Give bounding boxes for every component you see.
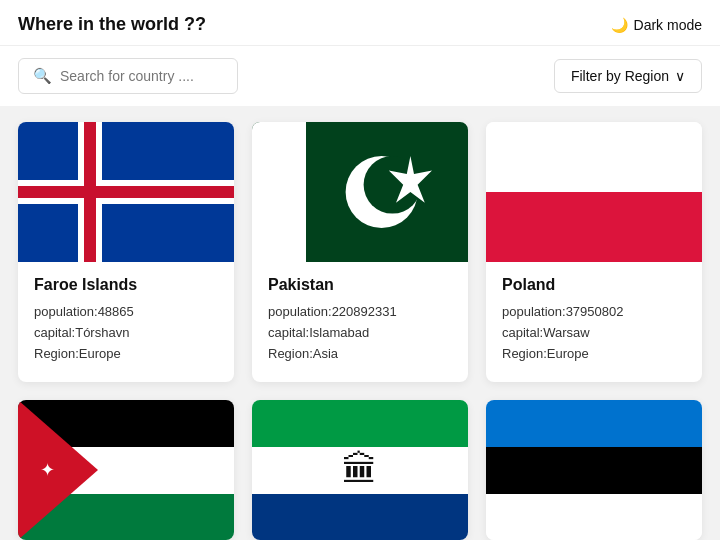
country-card-jordan[interactable]: ✦ (18, 400, 234, 540)
country-card-estonia[interactable] (486, 400, 702, 540)
flag-poland (486, 122, 702, 262)
flag-jordan: ✦ (18, 400, 234, 540)
flag-top-stripe (486, 122, 702, 192)
flag-lesotho: 🏛 (252, 400, 468, 540)
region-value: Europe (79, 346, 121, 361)
capital-value: Tórshavn (75, 325, 129, 340)
capital-label: capital: (502, 325, 543, 340)
card-info-pakistan: Pakistan population:220892331 capital:Is… (252, 262, 468, 382)
region-value: Europe (547, 346, 589, 361)
country-card-poland[interactable]: Poland population:37950802 capital:Warsa… (486, 122, 702, 382)
country-details: population:220892331 capital:Islamabad R… (268, 302, 452, 364)
region-label: Region: (502, 346, 547, 361)
header: Where in the world ?? 🌙 Dark mode (0, 0, 720, 46)
jordan-star: ✦ (40, 459, 55, 481)
flag-faroe (18, 122, 234, 262)
country-details: population:48865 capital:Tórshavn Region… (34, 302, 218, 364)
controls-bar: 🔍 Filter by Region ∨ (0, 46, 720, 106)
filter-button[interactable]: Filter by Region ∨ (554, 59, 702, 93)
page-title: Where in the world ?? (18, 14, 206, 35)
capital-label: capital: (268, 325, 309, 340)
region-label: Region: (268, 346, 313, 361)
dark-mode-button[interactable]: 🌙 Dark mode (611, 17, 702, 33)
capital-label: capital: (34, 325, 75, 340)
card-info-poland: Poland population:37950802 capital:Warsa… (486, 262, 702, 382)
search-icon: 🔍 (33, 67, 52, 85)
countries-grid: Faroe Islands population:48865 capital:T… (0, 106, 720, 540)
filter-label: Filter by Region (571, 68, 669, 84)
flag-pakistan (252, 122, 468, 262)
region-label: Region: (34, 346, 79, 361)
population-value: 48865 (98, 304, 134, 319)
svg-rect-4 (18, 186, 234, 198)
country-name: Pakistan (268, 276, 452, 294)
population-value: 37950802 (566, 304, 624, 319)
population-label: population: (502, 304, 566, 319)
region-value: Asia (313, 346, 338, 361)
moon-icon: 🌙 (611, 17, 628, 33)
search-box[interactable]: 🔍 (18, 58, 238, 94)
country-name: Faroe Islands (34, 276, 218, 294)
search-input[interactable] (60, 68, 223, 84)
dark-mode-label: Dark mode (634, 17, 702, 33)
svg-rect-6 (252, 122, 306, 262)
country-card-faroe[interactable]: Faroe Islands population:48865 capital:T… (18, 122, 234, 382)
population-value: 220892331 (332, 304, 397, 319)
card-info-faroe: Faroe Islands population:48865 capital:T… (18, 262, 234, 382)
lesotho-hat-symbol: 🏛 (342, 452, 378, 488)
population-label: population: (268, 304, 332, 319)
country-name: Poland (502, 276, 686, 294)
country-card-lesotho[interactable]: 🏛 (252, 400, 468, 540)
flag-estonia (486, 400, 702, 540)
capital-value: Islamabad (309, 325, 369, 340)
flag-bottom-stripe (486, 192, 702, 262)
country-details: population:37950802 capital:Warsaw Regio… (502, 302, 686, 364)
chevron-down-icon: ∨ (675, 68, 685, 84)
jordan-triangle (18, 400, 98, 540)
country-card-pakistan[interactable]: Pakistan population:220892331 capital:Is… (252, 122, 468, 382)
capital-value: Warsaw (543, 325, 589, 340)
population-label: population: (34, 304, 98, 319)
